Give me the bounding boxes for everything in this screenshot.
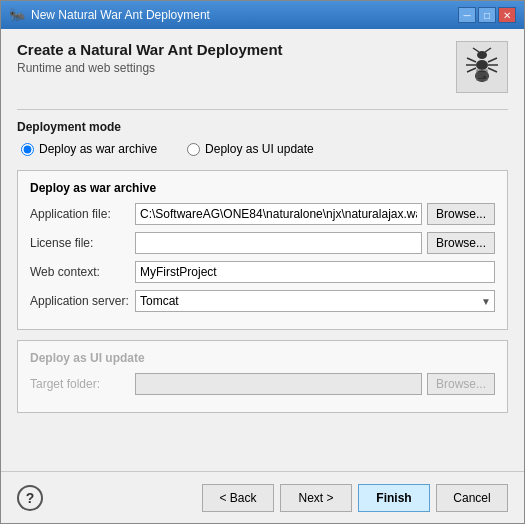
license-file-row: License file: Browse... <box>30 232 495 254</box>
application-file-label: Application file: <box>30 207 135 221</box>
page-title: Create a Natural War Ant Deployment <box>17 41 283 58</box>
svg-line-8 <box>488 68 497 72</box>
license-file-browse-button[interactable]: Browse... <box>427 232 495 254</box>
license-file-label: License file: <box>30 236 135 250</box>
war-section: Deploy as war archive Application file: … <box>17 170 508 330</box>
application-file-input[interactable] <box>135 203 422 225</box>
header-area: Create a Natural War Ant Deployment Runt… <box>17 41 508 93</box>
ui-section-title: Deploy as UI update <box>30 351 495 365</box>
header-text: Create a Natural War Ant Deployment Runt… <box>17 41 283 75</box>
radio-war-text: Deploy as war archive <box>39 142 157 156</box>
deployment-mode-label: Deployment mode <box>17 120 508 134</box>
svg-line-9 <box>473 48 479 52</box>
main-window: 🐜 New Natural War Ant Deployment ─ □ ✕ C… <box>0 0 525 524</box>
finish-button[interactable]: Finish <box>358 484 430 512</box>
radio-war[interactable] <box>21 143 34 156</box>
svg-line-10 <box>485 48 491 52</box>
title-bar: 🐜 New Natural War Ant Deployment ─ □ ✕ <box>1 1 524 29</box>
web-context-input[interactable] <box>135 261 495 283</box>
minimize-button[interactable]: ─ <box>458 7 476 23</box>
window-icon: 🐜 <box>9 7 25 23</box>
ui-section: Deploy as UI update Target folder: Brows… <box>17 340 508 413</box>
svg-line-5 <box>467 68 476 72</box>
window-controls: ─ □ ✕ <box>458 7 516 23</box>
application-server-wrapper: Tomcat JBoss WebLogic GlassFish ▼ <box>135 290 495 312</box>
page-subtitle: Runtime and web settings <box>17 61 283 75</box>
footer: ? < Back Next > Finish Cancel <box>1 471 524 523</box>
target-folder-browse-button: Browse... <box>427 373 495 395</box>
help-button[interactable]: ? <box>17 485 43 511</box>
cancel-button[interactable]: Cancel <box>436 484 508 512</box>
main-content: Create a Natural War Ant Deployment Runt… <box>1 29 524 471</box>
radio-ui-label[interactable]: Deploy as UI update <box>187 142 314 156</box>
application-server-select[interactable]: Tomcat JBoss WebLogic GlassFish <box>135 290 495 312</box>
ant-svg <box>463 47 501 87</box>
radio-war-label[interactable]: Deploy as war archive <box>21 142 157 156</box>
deployment-mode-section: Deployment mode Deploy as war archive De… <box>17 120 508 156</box>
radio-ui-text: Deploy as UI update <box>205 142 314 156</box>
next-button[interactable]: Next > <box>280 484 352 512</box>
target-folder-label: Target folder: <box>30 377 135 391</box>
license-file-input[interactable] <box>135 232 422 254</box>
svg-point-1 <box>476 60 488 70</box>
footer-left: ? <box>17 485 202 511</box>
application-server-label: Application server: <box>30 294 135 308</box>
ant-icon <box>456 41 508 93</box>
radio-ui[interactable] <box>187 143 200 156</box>
footer-buttons: < Back Next > Finish Cancel <box>202 484 508 512</box>
maximize-button[interactable]: □ <box>478 7 496 23</box>
application-server-row: Application server: Tomcat JBoss WebLogi… <box>30 290 495 312</box>
target-folder-row: Target folder: Browse... <box>30 373 495 395</box>
deployment-mode-radio-group: Deploy as war archive Deploy as UI updat… <box>21 142 508 156</box>
svg-line-3 <box>467 58 476 62</box>
svg-line-6 <box>488 58 497 62</box>
application-file-browse-button[interactable]: Browse... <box>427 203 495 225</box>
target-folder-input <box>135 373 422 395</box>
back-button[interactable]: < Back <box>202 484 274 512</box>
web-context-label: Web context: <box>30 265 135 279</box>
close-button[interactable]: ✕ <box>498 7 516 23</box>
application-file-row: Application file: Browse... <box>30 203 495 225</box>
header-divider <box>17 109 508 110</box>
web-context-row: Web context: <box>30 261 495 283</box>
window-title: New Natural War Ant Deployment <box>31 8 452 22</box>
war-section-title: Deploy as war archive <box>30 181 495 195</box>
